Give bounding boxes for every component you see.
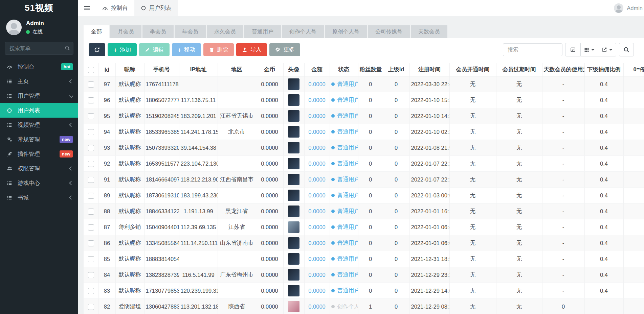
cell-commission: [584, 299, 623, 314]
import-button[interactable]: 导入: [236, 43, 267, 56]
sidebar-item-8[interactable]: 游戏中心: [0, 176, 78, 190]
chevron-left-icon: [69, 79, 73, 83]
row-checkbox[interactable]: [88, 224, 94, 231]
row-checkbox[interactable]: [88, 193, 94, 199]
filter-tab-1[interactable]: 月会员: [110, 25, 141, 38]
cell-id: 95: [98, 108, 115, 124]
filter-tab-7[interactable]: 原创个人号: [325, 25, 367, 38]
row-checkbox[interactable]: [88, 240, 94, 246]
cell-fans: 0: [358, 76, 383, 92]
user-avatar[interactable]: [288, 301, 299, 312]
user-avatar[interactable]: [288, 78, 299, 90]
refresh-button[interactable]: [89, 43, 105, 56]
menu-search-input[interactable]: [5, 42, 73, 55]
user-avatar[interactable]: [288, 269, 299, 281]
user-avatar[interactable]: [288, 285, 299, 296]
row-checkbox[interactable]: [88, 177, 94, 183]
status-badge: 普通用户: [331, 255, 358, 263]
row-checkbox[interactable]: [88, 145, 94, 151]
filter-tab-9[interactable]: 天数会员: [411, 25, 447, 38]
cell-avatar: [283, 251, 304, 267]
row-checkbox[interactable]: [88, 304, 94, 310]
row-checkbox[interactable]: [88, 97, 94, 103]
edit-button[interactable]: 编辑: [139, 43, 170, 56]
search-submit-button[interactable]: [619, 43, 634, 56]
user-avatar[interactable]: [288, 110, 299, 122]
amount-link[interactable]: 0.0000: [308, 161, 325, 167]
amount-link[interactable]: 0.0000: [308, 208, 325, 214]
row-checkbox[interactable]: [88, 129, 94, 135]
sidebar-item-2[interactable]: 用户管理: [0, 89, 78, 103]
user-avatar[interactable]: [288, 206, 299, 217]
cell-parent-id: 0: [383, 172, 409, 188]
amount-link[interactable]: 0.0000: [308, 176, 325, 183]
row-checkbox[interactable]: [88, 113, 94, 119]
filter-tab-3[interactable]: 年会员: [175, 25, 206, 38]
amount-link[interactable]: 0.0000: [308, 240, 325, 246]
sidebar-item-label: 视频管理: [18, 121, 40, 129]
amount-link[interactable]: 0.0000: [308, 145, 325, 151]
filter-tab-2[interactable]: 季会员: [142, 25, 174, 38]
status-dot-icon: [331, 257, 335, 261]
menu-toggle-button[interactable]: [78, 0, 96, 16]
user-avatar[interactable]: [288, 158, 299, 169]
user-avatar[interactable]: [288, 126, 299, 138]
sidebar-item-7[interactable]: 权限管理: [0, 161, 78, 176]
user-avatar[interactable]: [288, 237, 299, 249]
topbar-tab-1[interactable]: 用户列表: [134, 0, 178, 16]
amount-link[interactable]: 0.0000: [308, 272, 325, 278]
row-checkbox[interactable]: [88, 256, 94, 262]
columns-button[interactable]: [581, 43, 598, 56]
row-checkbox[interactable]: [88, 161, 94, 167]
sidebar-item-0[interactable]: 控制台hot: [0, 59, 78, 74]
filter-tab-6[interactable]: 创作个人号: [282, 25, 324, 38]
filter-tab-0[interactable]: 全部: [84, 25, 109, 38]
amount-link[interactable]: 0.0000: [308, 192, 325, 198]
cell-fans: 0: [358, 267, 383, 283]
row-checkbox[interactable]: [88, 272, 94, 278]
amount-link[interactable]: 0.0000: [308, 97, 325, 103]
filter-tab-4[interactable]: 永久会员: [207, 25, 243, 38]
sidebar-item-4[interactable]: 视频管理: [0, 118, 78, 132]
amount-link[interactable]: 0.0000: [308, 224, 325, 230]
export-button[interactable]: [598, 43, 616, 56]
more-button[interactable]: 更多: [269, 43, 300, 56]
user-avatar[interactable]: [288, 174, 299, 185]
sidebar-item-5[interactable]: 常规管理new: [0, 132, 78, 147]
select-all-checkbox[interactable]: [88, 67, 94, 73]
filter-tab-5[interactable]: 普通用户: [244, 25, 281, 38]
cell-vip-open: 无: [449, 251, 496, 267]
row-checkbox[interactable]: [88, 81, 94, 88]
cell-amount: 0.0000: [304, 140, 330, 156]
user-avatar[interactable]: [288, 142, 299, 153]
sidebar-item-6[interactable]: 插件管理new: [0, 147, 78, 161]
topbar-tab-0[interactable]: 控制台: [96, 0, 134, 16]
amount-link[interactable]: 0.0000: [308, 256, 325, 262]
sidebar-item-9[interactable]: 书城: [0, 190, 78, 205]
detail-view-button[interactable]: [565, 43, 581, 56]
cell-region: 陕西省: [218, 299, 256, 314]
admin-avatar[interactable]: [6, 20, 22, 35]
user-avatar[interactable]: [288, 253, 299, 265]
move-button[interactable]: + 移动: [172, 43, 201, 56]
amount-link[interactable]: 0.0000: [308, 129, 325, 135]
amount-link[interactable]: 0.0000: [308, 304, 325, 310]
cell-amount: 0.0000: [304, 172, 330, 188]
sidebar-item-1[interactable]: 主页: [0, 74, 78, 89]
filter-tab-8[interactable]: 公司传媒号: [368, 25, 410, 38]
row-checkbox[interactable]: [88, 288, 94, 294]
delete-button[interactable]: 删除: [203, 43, 234, 56]
user-avatar[interactable]: [288, 221, 299, 233]
status-badge: 普通用户: [331, 80, 358, 88]
row-checkbox[interactable]: [88, 209, 94, 215]
user-avatar[interactable]: [288, 94, 299, 106]
sidebar-item-3[interactable]: 用户列表: [0, 103, 78, 118]
user-avatar[interactable]: [288, 190, 299, 201]
table-search-input[interactable]: [503, 43, 562, 56]
amount-link[interactable]: 0.0000: [308, 113, 325, 119]
amount-link[interactable]: 0.0000: [308, 288, 325, 294]
cell-toggle: [623, 283, 644, 299]
amount-link[interactable]: 0.0000: [308, 81, 325, 87]
add-button[interactable]: + 添加: [108, 43, 137, 56]
topbar-user-menu[interactable]: Admin: [614, 3, 644, 13]
